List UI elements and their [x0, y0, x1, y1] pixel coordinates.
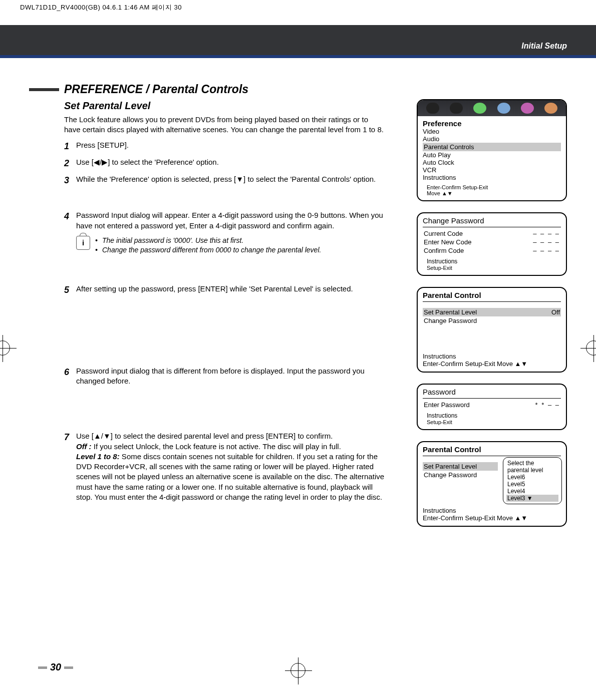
osd-password: Password Enter Password* * – – Instructi… — [417, 384, 567, 430]
step-text: After setting up the password, press [EN… — [76, 284, 385, 296]
osd-parental-control-levels: Parental Control Set Parental Level Chan… — [417, 441, 567, 527]
step-number: 2 — [64, 157, 76, 169]
off-label: Off : — [76, 442, 92, 451]
osd-footer-text: Instructions — [427, 258, 561, 265]
tab-icon — [544, 103, 557, 114]
popup-text: parental level — [506, 467, 558, 474]
osd-item: Instructions — [423, 174, 561, 181]
header-accent-bar — [0, 55, 596, 58]
level-popup: Select the parental level Level6 Level5 … — [503, 457, 562, 504]
print-header: DWL71D1D_RV4000(GB) 04.6.1 1:46 AM 페이지 3… — [20, 3, 182, 12]
osd-tabbar — [418, 100, 566, 116]
tab-icon — [497, 103, 510, 114]
osd-column: Preference Video Audio Parental Controls… — [417, 99, 567, 538]
osd-item: Auto Play — [423, 151, 561, 159]
osd-value: – – – – — [533, 238, 560, 246]
osd-footer-text: Enter-Confirm Setup-Exit Move ▲▼ — [423, 514, 561, 522]
osd-label: Enter Password — [424, 401, 470, 409]
osd-item: Change Password — [424, 471, 477, 479]
osd-item: Audio — [423, 135, 561, 143]
header-band — [0, 25, 596, 55]
page-number: 30 — [35, 661, 76, 673]
osd-footer-text: Instructions — [423, 353, 561, 360]
osd-value: * * – – — [535, 401, 560, 409]
intro-text: The Lock feature allows you to prevent D… — [64, 115, 385, 135]
osd-value: – – – – — [533, 230, 560, 237]
heading-tick — [29, 88, 59, 91]
popup-item: Level4 — [506, 488, 558, 495]
osd-item-selected: Set Parental Level — [424, 463, 477, 470]
step-number: 1 — [64, 140, 76, 152]
tab-icon — [521, 103, 534, 114]
popup-item: Level5 — [506, 481, 558, 488]
osd-footer-text: Setup-Exit — [427, 419, 561, 425]
osd-footer-text: Enter-Confirm Setup-Exit Move ▲▼ — [423, 360, 561, 368]
step-number: 5 — [64, 284, 76, 296]
step-number: 6 — [64, 366, 76, 387]
crop-mark-icon — [0, 340, 10, 356]
osd-parental-control: Parental Control Set Parental LevelOff C… — [417, 287, 567, 373]
level-label: Level 1 to 8: — [76, 452, 120, 461]
section-label: Initial Setup — [521, 42, 567, 51]
step-number: 7 — [64, 431, 76, 502]
crop-mark-icon — [290, 663, 306, 678]
osd-footer-text: Enter-Confirm Setup-Exit — [427, 184, 561, 190]
osd-item-selected: Parental Controls — [424, 143, 474, 151]
osd-preference: Preference Video Audio Parental Controls… — [417, 99, 567, 201]
step-text: Use [▲/▼] to select the desired parental… — [76, 431, 385, 502]
osd-value: – – – – — [533, 247, 560, 254]
osd-title: Preference — [423, 119, 561, 128]
osd-title: Change Password — [423, 216, 561, 225]
osd-label: Enter New Code — [424, 238, 471, 246]
note-text: The initial password is '0000'. Use this… — [102, 236, 243, 244]
osd-title: Parental Control — [423, 291, 561, 299]
osd-value: Off — [551, 308, 560, 316]
info-icon: i — [76, 236, 90, 250]
osd-change-password: Change Password Current Code– – – – Ente… — [417, 212, 567, 276]
tab-icon — [450, 103, 463, 114]
tab-icon — [426, 103, 439, 114]
tab-icon — [473, 103, 486, 114]
osd-title: Password — [423, 388, 561, 396]
osd-item: Auto Clock — [423, 159, 561, 166]
osd-title: Parental Control — [423, 445, 561, 454]
osd-label: Confirm Code — [424, 247, 464, 254]
osd-item-selected: Set Parental Level — [424, 308, 477, 316]
osd-footer-text: Setup-Exit — [427, 265, 561, 271]
osd-footer-text: Instructions — [423, 507, 561, 514]
note-text: Change the password different from 0000 … — [102, 246, 321, 254]
osd-item: Video — [423, 128, 561, 135]
crop-mark-icon — [586, 340, 596, 356]
popup-item-selected: Level3 ▼ — [506, 495, 558, 502]
heading: PREFERENCE / Parental Controls — [64, 83, 248, 96]
step-text: Use [◀/▶] to select the 'Preference' opt… — [76, 157, 385, 169]
step-text: Press [SETUP]. — [76, 140, 385, 152]
popup-text: Select the — [506, 460, 558, 467]
osd-item: VCR — [423, 166, 561, 174]
step-text: While the 'Preference' option is selecte… — [76, 174, 385, 186]
popup-item: Level6 — [506, 474, 558, 481]
osd-footer-text: Instructions — [427, 412, 561, 419]
step-text: Password input dialog that is different … — [76, 366, 385, 387]
step-number: 3 — [64, 174, 76, 186]
osd-label: Current Code — [424, 230, 463, 237]
note-list: •The initial password is '0000'. Use thi… — [95, 236, 321, 255]
step-text: Password Input dialog will appear. Enter… — [76, 210, 385, 231]
osd-item: Change Password — [424, 317, 477, 324]
osd-footer-text: Move ▲▼ — [427, 190, 561, 196]
step-number: 4 — [64, 210, 76, 231]
